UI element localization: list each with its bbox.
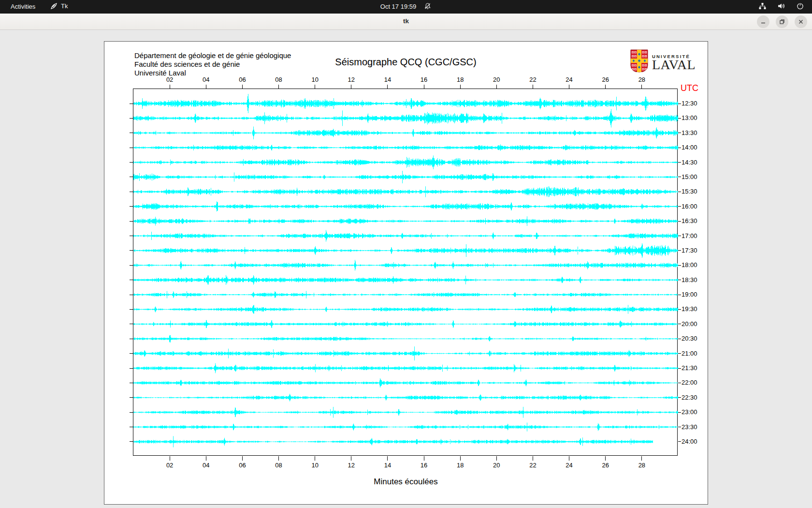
x-tick-label-bottom: 04 [199,462,213,469]
x-tick-label-top: 08 [272,76,286,83]
axis-tick [678,118,681,119]
utc-row-label: 23:30 [682,423,697,431]
utc-row-label: 22:00 [682,379,697,386]
axis-tick [678,397,681,398]
x-tick-label-top: 22 [525,76,540,83]
axis-tick [130,236,133,236]
axis-tick [496,456,497,461]
axis-tick [460,456,461,461]
axis-tick [678,236,681,236]
utc-row-label: 24:00 [682,438,697,445]
axis-tick [569,85,569,89]
utc-row-label: 19:30 [682,305,697,313]
x-tick-label-top: 14 [380,76,395,83]
notifications-muted-icon[interactable] [424,2,432,10]
utc-row-label: 14:00 [682,144,697,151]
utc-row-label: 16:00 [682,203,697,210]
plot-frame: UTC 020204040606080810101212141416161818… [133,89,678,456]
clock[interactable]: Oct 17 19:59 [380,3,416,10]
x-tick-label-bottom: 16 [417,462,431,469]
x-tick-label-bottom: 18 [453,462,467,469]
minimize-icon [760,19,766,25]
axis-tick [605,456,606,461]
x-tick-label-top: 02 [162,76,177,83]
x-tick-label-top: 26 [598,76,613,83]
axis-tick [678,441,681,442]
axis-tick [130,250,133,251]
window-title: tk [0,17,812,25]
axis-tick [351,456,351,461]
axis-tick [130,324,133,324]
axis-tick [130,368,133,369]
axis-tick [130,383,133,383]
axis-tick [130,162,133,163]
axis-tick [242,456,243,461]
axis-tick [130,280,133,280]
axis-tick [678,206,681,207]
utc-row-label: 18:30 [682,276,697,284]
activities-button[interactable]: Activities [7,2,39,11]
axis-tick [678,383,681,383]
x-tick-label-bottom: 22 [525,462,540,469]
x-tick-label-bottom: 08 [272,462,286,469]
universite-laval-logo: UNIVERSITÉ LAVAL [630,49,696,75]
x-tick-label-bottom: 24 [562,462,577,469]
axis-tick [206,456,206,461]
axis-tick [678,324,681,324]
utc-row-label: 23:00 [682,408,697,416]
axis-tick [678,353,681,354]
axis-tick [678,368,681,369]
axis-tick [678,427,681,427]
logo-text-laval: LAVAL [652,59,696,71]
utc-row-label: 15:00 [682,173,697,180]
app-menu-tk[interactable]: Tk [50,2,68,10]
close-button[interactable] [795,15,807,28]
x-tick-label-bottom: 20 [489,462,504,469]
window-titlebar[interactable]: tk [0,14,812,30]
volume-icon[interactable] [777,2,785,10]
x-tick-label-bottom: 12 [344,462,359,469]
axis-tick [130,265,133,266]
chart-title: Séismographe QCQ (CGC/GSC) [133,57,678,68]
axis-tick [678,265,681,266]
plot-area [133,89,678,456]
minimize-button[interactable] [757,15,769,28]
x-tick-label-top: 10 [308,76,322,83]
axis-tick [678,133,681,133]
utc-row-label: 14:30 [682,159,697,166]
axis-tick [641,85,642,89]
x-tick-label-top: 16 [417,76,431,83]
x-tick-label-bottom: 02 [162,462,177,469]
axis-tick [130,221,133,222]
x-tick-label-bottom: 10 [308,462,322,469]
axis-tick [130,397,133,398]
axis-tick [641,456,642,461]
axis-tick [315,456,315,461]
axis-tick [678,309,681,310]
axis-tick [170,456,170,461]
maximize-button[interactable] [776,15,788,28]
axis-tick [130,118,133,119]
axis-tick [130,412,133,413]
axis-tick [242,85,243,89]
wired-network-icon[interactable] [758,2,767,10]
axis-tick [496,85,497,89]
utc-row-label: 18:00 [682,261,697,269]
axis-tick [678,295,681,295]
axis-tick [605,85,606,89]
utc-row-label: 20:30 [682,335,697,342]
axis-tick [130,339,133,339]
axis-tick [130,133,133,133]
axis-tick [678,221,681,222]
axis-tick [130,206,133,207]
power-icon[interactable] [796,2,804,10]
x-tick-label-bottom: 26 [598,462,613,469]
axis-tick [130,441,133,442]
x-tick-label-bottom: 06 [235,462,249,469]
axis-tick [678,412,681,413]
axis-tick [678,250,681,251]
axis-tick [278,456,279,461]
x-tick-label-bottom: 28 [635,462,649,469]
utc-row-label: 17:00 [682,232,697,239]
x-tick-label-top: 20 [489,76,504,83]
